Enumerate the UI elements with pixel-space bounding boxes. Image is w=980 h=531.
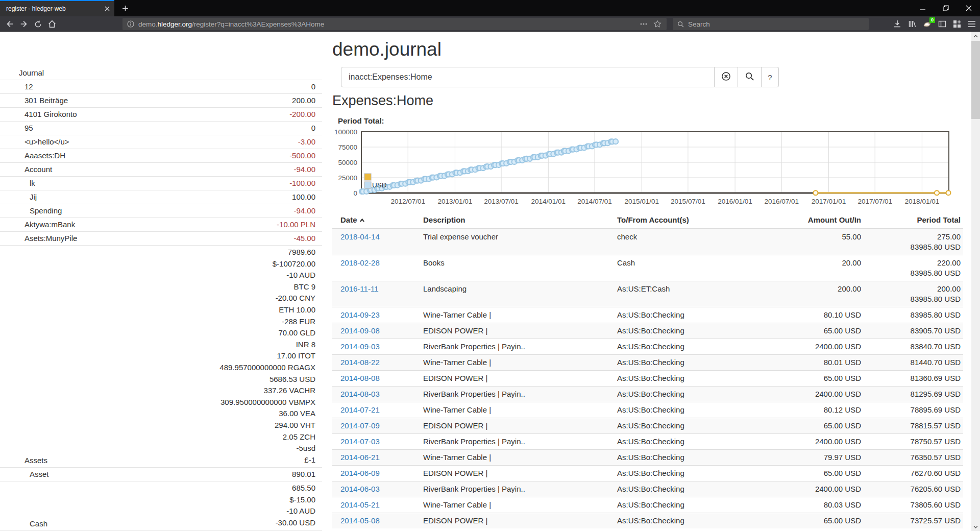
query-input[interactable] <box>341 67 715 87</box>
search-icon <box>677 21 684 28</box>
transaction-accounts: As:US:Bo:Checking <box>613 355 787 371</box>
sidebar-account-row: Spending-94.00 <box>0 204 322 218</box>
transaction-description: RiverBank Properties | Payin.. <box>419 339 613 355</box>
magnifier-icon <box>745 71 754 83</box>
account-balance: -200.00 <box>289 109 315 119</box>
svg-text:2012/07/01: 2012/07/01 <box>390 198 425 205</box>
account-heading: Expenses:Home <box>332 93 433 109</box>
account-link[interactable]: Aktywa:mBank <box>0 219 277 230</box>
account-balance: 100.00 <box>292 191 315 202</box>
transaction-date-link[interactable]: 2016-11-11 <box>340 284 379 293</box>
back-button[interactable] <box>5 19 14 29</box>
column-header-period-total[interactable]: Period Total <box>868 211 963 229</box>
transaction-date-link[interactable]: 2014-07-21 <box>340 405 380 414</box>
transaction-date-link[interactable]: 2014-06-21 <box>340 453 380 462</box>
library-icon[interactable] <box>908 20 916 28</box>
transaction-amount: 80.01 USD <box>787 355 868 371</box>
new-tab-button[interactable] <box>117 0 133 16</box>
transaction-date-link[interactable]: 2018-04-14 <box>340 232 380 241</box>
window-minimize-button[interactable] <box>911 0 934 16</box>
transaction-date-link[interactable]: 2014-07-09 <box>340 421 380 430</box>
transaction-date-link[interactable]: 2014-08-03 <box>340 390 380 398</box>
account-link[interactable]: 4101 Girokonto <box>0 109 289 119</box>
transaction-date-link[interactable]: 2014-09-03 <box>340 342 380 351</box>
transaction-accounts: As:US:Bo:Checking <box>613 307 787 323</box>
transaction-date-link[interactable]: 2014-06-09 <box>340 469 380 477</box>
window-controls <box>911 0 980 16</box>
transaction-date-link[interactable]: 2014-08-08 <box>340 374 380 382</box>
account-link[interactable]: Asets:MunyPile <box>0 233 293 244</box>
transaction-date-link[interactable]: 2014-09-08 <box>340 326 380 335</box>
account-link[interactable]: Asset <box>0 469 292 479</box>
vertical-scrollbar[interactable] <box>971 32 980 531</box>
account-link[interactable]: 301 Beiträge <box>0 95 292 106</box>
account-balance: 200.00 <box>292 95 315 106</box>
transaction-date-link[interactable]: 2018-02-28 <box>340 258 380 267</box>
bookmark-star-icon[interactable] <box>653 20 662 28</box>
account-link[interactable]: Aaasets:DH <box>0 150 289 161</box>
column-header-amount[interactable]: Amount Out/In <box>787 211 868 229</box>
tab-close-icon[interactable] <box>104 6 110 12</box>
account-link[interactable]: Account <box>0 164 293 175</box>
extension-icon[interactable]: 0 <box>923 20 932 29</box>
transaction-date-link[interactable]: 2014-09-23 <box>340 310 380 319</box>
account-link[interactable]: <u>hello</u> <box>0 136 298 147</box>
column-header-date[interactable]: Date <box>332 211 419 229</box>
table-row: 2014-07-03RiverBank Properties | Payin..… <box>332 434 963 450</box>
period-total: 76350.57 USD <box>868 450 963 466</box>
sidebar-account-row: 4101 Girokonto-200.00 <box>0 108 322 122</box>
svg-text:75000: 75000 <box>338 143 357 151</box>
transaction-description: RiverBank Properties | Payin.. <box>419 434 613 450</box>
account-link[interactable]: Spending <box>0 205 293 216</box>
reload-button[interactable] <box>34 20 42 29</box>
transaction-date-link[interactable]: 2014-05-08 <box>340 516 380 525</box>
browser-titlebar: register - hledger-web <box>0 0 980 16</box>
sidebar-account-row: Assets7989.60$-100720.00-10 AUDBTC 9-20.… <box>0 246 322 468</box>
account-link[interactable]: Journal <box>0 67 315 78</box>
transaction-accounts: As:US:Bo:Checking <box>613 466 787 481</box>
scrollbar-thumb[interactable] <box>971 41 980 119</box>
column-header-description[interactable]: Description <box>419 211 613 229</box>
account-link[interactable]: Cash <box>0 518 276 529</box>
sidebar-account-row: 120 <box>0 80 322 94</box>
account-link[interactable]: 12 <box>0 81 311 92</box>
transaction-amount: 200.00 <box>787 281 868 307</box>
browser-tab[interactable]: register - hledger-web <box>0 0 114 16</box>
site-info-icon[interactable] <box>127 20 134 28</box>
url-bar[interactable]: demo.hledger.org/register?q=inacct%3AExp… <box>122 18 667 30</box>
transaction-date-link[interactable]: 2014-06-03 <box>340 485 380 493</box>
scroll-down-icon[interactable] <box>971 522 980 531</box>
transaction-accounts: As:US:Bo:Checking <box>613 323 787 339</box>
svg-text:2017/07/01: 2017/07/01 <box>857 198 892 205</box>
transaction-date-link[interactable]: 2014-07-03 <box>340 437 380 446</box>
window-restore-button[interactable] <box>934 0 957 16</box>
account-link[interactable]: Jij <box>0 191 292 202</box>
account-link[interactable]: 95 <box>0 123 311 133</box>
period-total: 83840.70 USD <box>868 339 963 355</box>
clear-query-button[interactable] <box>715 67 738 87</box>
window-close-button[interactable] <box>957 0 980 16</box>
period-total: 83905.70 USD <box>868 323 963 339</box>
search-placeholder: Search <box>688 20 710 28</box>
column-header-accounts[interactable]: To/From Account(s) <box>613 211 787 229</box>
transaction-date-link[interactable]: 2014-05-21 <box>340 500 380 509</box>
submit-search-button[interactable] <box>738 67 762 87</box>
scroll-up-icon[interactable] <box>971 32 980 40</box>
downloads-icon[interactable] <box>893 20 901 28</box>
account-link[interactable]: Assets <box>0 455 219 466</box>
period-total: 81440.70 USD <box>868 355 963 371</box>
home-button[interactable] <box>47 19 57 29</box>
screenshots-grid-icon[interactable] <box>953 20 961 28</box>
page-actions-icon[interactable] <box>640 23 647 25</box>
sidebars-icon[interactable] <box>938 20 946 28</box>
svg-text:2013/07/01: 2013/07/01 <box>484 198 519 205</box>
forward-button[interactable] <box>19 19 29 29</box>
period-total: 81295.69 USD <box>868 387 963 402</box>
menu-hamburger-icon[interactable] <box>968 20 976 28</box>
account-balance: 890.01 <box>292 469 315 479</box>
transaction-date-link[interactable]: 2014-08-22 <box>340 358 380 367</box>
transaction-accounts: As:US:Bo:Checking <box>613 450 787 466</box>
help-button[interactable]: ? <box>762 67 779 87</box>
account-link[interactable]: lk <box>0 178 289 188</box>
browser-search-box[interactable]: Search <box>673 18 869 30</box>
